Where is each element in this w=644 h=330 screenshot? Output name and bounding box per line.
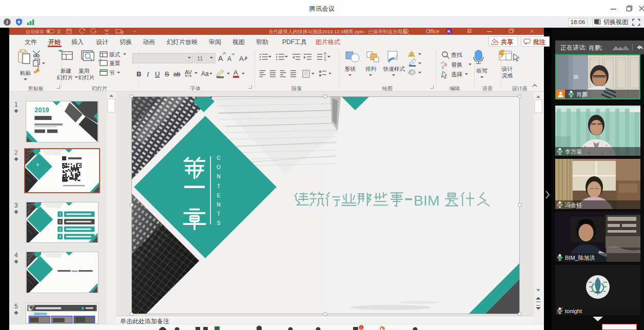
svg-text:O: O	[217, 164, 221, 170]
svg-text:2019: 2019	[34, 107, 49, 114]
svg-text:A: A	[233, 69, 238, 76]
svg-text:重置: 重置	[109, 60, 121, 66]
svg-text:i: i	[7, 19, 8, 25]
svg-text:B: B	[136, 70, 141, 78]
svg-text:I: I	[146, 70, 149, 78]
svg-text:听写: 听写	[477, 68, 487, 74]
svg-text:4: 4	[59, 235, 61, 238]
svg-text:N: N	[217, 174, 220, 179]
svg-text:肖鹏: 肖鹏	[576, 91, 588, 97]
svg-text:tonight: tonight	[565, 308, 582, 314]
svg-text:形状: 形状	[345, 66, 356, 72]
svg-text:幻灯片: 幻灯片	[78, 74, 95, 80]
svg-text:灵感: 灵感	[502, 72, 513, 78]
svg-text:BIM: BIM	[414, 192, 440, 209]
svg-text:1: 1	[59, 212, 61, 216]
svg-text:关: 关	[56, 29, 61, 34]
svg-text:肖: 肖	[447, 29, 451, 34]
svg-text:李万渠: 李万渠	[565, 149, 582, 155]
svg-text:节: 节	[109, 70, 115, 76]
svg-text:b: b	[444, 62, 447, 67]
svg-text:T: T	[217, 211, 220, 217]
svg-text:S: S	[165, 70, 169, 78]
svg-text:11: 11	[197, 55, 203, 61]
svg-text:批注: 批注	[533, 38, 545, 46]
svg-text:替换: 替换	[451, 61, 462, 68]
svg-text:U: U	[155, 70, 160, 78]
svg-text:选择: 选择	[451, 71, 462, 77]
svg-text:幻灯片: 幻灯片	[56, 74, 73, 80]
svg-text:c: c	[442, 65, 444, 70]
svg-text:自动保存: 自动保存	[26, 29, 44, 34]
svg-text:版式: 版式	[109, 51, 121, 57]
svg-text:ab: ab	[173, 71, 181, 78]
svg-text:切换视图: 切换视图	[603, 18, 628, 26]
svg-text:第: 第	[36, 163, 39, 166]
svg-text:当代建筑人的抉择与挑战2019.12.9精简.pptx -: 当代建筑人的抉择与挑战2019.12.9精简.pptx - 已保存到这台电脑	[268, 29, 407, 34]
svg-text:Aa: Aa	[201, 70, 209, 77]
svg-text:A: A	[239, 55, 244, 63]
svg-text:快速样式: 快速样式	[383, 66, 405, 72]
svg-text:A: A	[218, 54, 223, 63]
svg-text:排列: 排列	[365, 66, 376, 72]
svg-text:E: E	[217, 193, 221, 198]
svg-text:冯金钰: 冯金钰	[565, 202, 582, 208]
svg-text:共享: 共享	[501, 38, 514, 46]
svg-text:18:06: 18:06	[571, 19, 586, 25]
svg-text:T: T	[217, 183, 220, 189]
svg-text:N: N	[217, 202, 220, 208]
svg-text:BIM_陈旭洪: BIM_陈旭洪	[565, 255, 595, 261]
svg-text:2: 2	[59, 220, 61, 223]
svg-text:C: C	[217, 155, 220, 161]
svg-text:新建: 新建	[61, 68, 71, 74]
svg-text:查找: 查找	[451, 52, 462, 58]
svg-text:粘贴: 粘贴	[19, 70, 31, 76]
svg-text:Office: Office	[426, 29, 439, 34]
svg-text:A: A	[227, 55, 231, 63]
svg-text:3: 3	[59, 228, 61, 231]
svg-text:重用: 重用	[79, 68, 89, 74]
svg-text:1: 1	[360, 326, 362, 329]
svg-text:AV: AV	[185, 69, 192, 75]
svg-text:S: S	[217, 220, 221, 226]
svg-text:设计: 设计	[501, 66, 513, 72]
